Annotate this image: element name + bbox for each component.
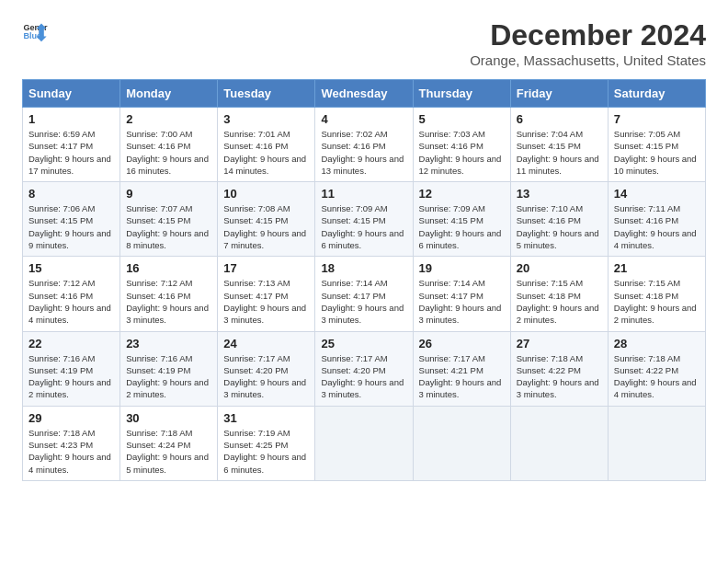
calendar-day-21: 21Sunrise: 7:15 AMSunset: 4:18 PMDayligh… xyxy=(608,257,705,331)
calendar-day-1: 1Sunrise: 6:59 AMSunset: 4:17 PMDaylight… xyxy=(23,108,120,182)
calendar-day-2: 2Sunrise: 7:00 AMSunset: 4:16 PMDaylight… xyxy=(120,108,218,182)
day-info: Sunrise: 7:16 AMSunset: 4:19 PMDaylight:… xyxy=(28,352,114,401)
day-info: Sunrise: 7:10 AMSunset: 4:16 PMDaylight:… xyxy=(517,202,602,251)
day-info: Sunrise: 7:12 AMSunset: 4:16 PMDaylight:… xyxy=(126,277,211,326)
calendar-day-5: 5Sunrise: 7:03 AMSunset: 4:16 PMDaylight… xyxy=(413,108,510,182)
calendar-day-16: 16Sunrise: 7:12 AMSunset: 4:16 PMDayligh… xyxy=(120,257,218,331)
svg-text:Blue: Blue xyxy=(23,31,41,40)
logo: General Blue xyxy=(22,18,48,44)
day-number: 28 xyxy=(614,337,700,350)
calendar-day-11: 11Sunrise: 7:09 AMSunset: 4:15 PMDayligh… xyxy=(315,182,413,257)
calendar-day-6: 6Sunrise: 7:04 AMSunset: 4:15 PMDaylight… xyxy=(510,108,608,182)
empty-cell xyxy=(510,406,608,480)
calendar-week-2: 8Sunrise: 7:06 AMSunset: 4:15 PMDaylight… xyxy=(23,182,706,257)
day-info: Sunrise: 7:17 AMSunset: 4:20 PMDaylight:… xyxy=(321,352,406,401)
day-info: Sunrise: 7:14 AMSunset: 4:17 PMDaylight:… xyxy=(419,277,505,326)
day-number: 4 xyxy=(321,112,406,126)
calendar-day-30: 30Sunrise: 7:18 AMSunset: 4:24 PMDayligh… xyxy=(120,406,218,480)
day-info: Sunrise: 7:19 AMSunset: 4:25 PMDaylight:… xyxy=(223,427,309,476)
day-number: 9 xyxy=(126,187,211,201)
calendar-day-13: 13Sunrise: 7:10 AMSunset: 4:16 PMDayligh… xyxy=(510,182,608,257)
calendar-week-1: 1Sunrise: 6:59 AMSunset: 4:17 PMDaylight… xyxy=(23,108,706,182)
calendar-body: 1Sunrise: 6:59 AMSunset: 4:17 PMDaylight… xyxy=(23,108,706,481)
day-info: Sunrise: 7:06 AMSunset: 4:15 PMDaylight:… xyxy=(28,202,114,251)
logo-icon: General Blue xyxy=(22,18,48,44)
calendar-day-17: 17Sunrise: 7:13 AMSunset: 4:17 PMDayligh… xyxy=(218,257,315,331)
day-info: Sunrise: 7:02 AMSunset: 4:16 PMDaylight:… xyxy=(321,128,406,177)
day-number: 27 xyxy=(517,337,602,350)
day-number: 29 xyxy=(28,411,114,425)
calendar-day-3: 3Sunrise: 7:01 AMSunset: 4:16 PMDaylight… xyxy=(218,108,315,182)
day-number: 11 xyxy=(321,187,406,201)
empty-cell xyxy=(315,406,413,480)
calendar-day-23: 23Sunrise: 7:16 AMSunset: 4:19 PMDayligh… xyxy=(120,331,218,406)
calendar-day-22: 22Sunrise: 7:16 AMSunset: 4:19 PMDayligh… xyxy=(23,331,120,406)
day-number: 15 xyxy=(28,261,114,275)
calendar-day-4: 4Sunrise: 7:02 AMSunset: 4:16 PMDaylight… xyxy=(315,108,413,182)
calendar-day-31: 31Sunrise: 7:19 AMSunset: 4:25 PMDayligh… xyxy=(218,406,315,480)
calendar-day-14: 14Sunrise: 7:11 AMSunset: 4:16 PMDayligh… xyxy=(608,182,705,257)
day-header-sunday: Sunday xyxy=(23,80,120,108)
calendar-header-row: SundayMondayTuesdayWednesdayThursdayFrid… xyxy=(23,80,706,108)
day-number: 18 xyxy=(321,261,406,275)
calendar-table: SundayMondayTuesdayWednesdayThursdayFrid… xyxy=(22,79,706,481)
calendar-day-7: 7Sunrise: 7:05 AMSunset: 4:15 PMDaylight… xyxy=(608,108,705,182)
calendar-day-18: 18Sunrise: 7:14 AMSunset: 4:17 PMDayligh… xyxy=(315,257,413,331)
calendar-day-10: 10Sunrise: 7:08 AMSunset: 4:15 PMDayligh… xyxy=(218,182,315,257)
day-number: 3 xyxy=(223,112,309,126)
day-number: 13 xyxy=(517,187,602,201)
day-info: Sunrise: 7:00 AMSunset: 4:16 PMDaylight:… xyxy=(126,128,211,177)
day-number: 1 xyxy=(28,112,114,126)
calendar-week-3: 15Sunrise: 7:12 AMSunset: 4:16 PMDayligh… xyxy=(23,257,706,331)
calendar-day-15: 15Sunrise: 7:12 AMSunset: 4:16 PMDayligh… xyxy=(23,257,120,331)
day-number: 26 xyxy=(419,337,505,350)
day-number: 22 xyxy=(28,337,114,350)
day-number: 14 xyxy=(614,187,700,201)
month-title: December 2024 xyxy=(470,18,706,52)
day-header-saturday: Saturday xyxy=(608,80,705,108)
calendar-day-29: 29Sunrise: 7:18 AMSunset: 4:23 PMDayligh… xyxy=(23,406,120,480)
day-info: Sunrise: 7:12 AMSunset: 4:16 PMDaylight:… xyxy=(28,277,114,326)
day-header-thursday: Thursday xyxy=(413,80,510,108)
day-info: Sunrise: 7:13 AMSunset: 4:17 PMDaylight:… xyxy=(223,277,309,326)
day-info: Sunrise: 7:01 AMSunset: 4:16 PMDaylight:… xyxy=(223,128,309,177)
calendar-day-27: 27Sunrise: 7:18 AMSunset: 4:22 PMDayligh… xyxy=(510,331,608,406)
day-number: 16 xyxy=(126,261,211,275)
day-number: 2 xyxy=(126,112,211,126)
day-number: 21 xyxy=(614,261,700,275)
day-info: Sunrise: 7:04 AMSunset: 4:15 PMDaylight:… xyxy=(517,128,602,177)
day-info: Sunrise: 7:09 AMSunset: 4:15 PMDaylight:… xyxy=(419,202,505,251)
day-info: Sunrise: 7:05 AMSunset: 4:15 PMDaylight:… xyxy=(614,128,700,177)
day-number: 31 xyxy=(223,411,309,425)
empty-cell xyxy=(413,406,510,480)
empty-cell xyxy=(608,406,705,480)
calendar-day-12: 12Sunrise: 7:09 AMSunset: 4:15 PMDayligh… xyxy=(413,182,510,257)
day-info: Sunrise: 7:18 AMSunset: 4:24 PMDaylight:… xyxy=(126,427,211,476)
calendar-day-25: 25Sunrise: 7:17 AMSunset: 4:20 PMDayligh… xyxy=(315,331,413,406)
day-info: Sunrise: 7:15 AMSunset: 4:18 PMDaylight:… xyxy=(517,277,602,326)
calendar-day-28: 28Sunrise: 7:18 AMSunset: 4:22 PMDayligh… xyxy=(608,331,705,406)
day-info: Sunrise: 7:03 AMSunset: 4:16 PMDaylight:… xyxy=(419,128,505,177)
day-number: 10 xyxy=(223,187,309,201)
day-number: 20 xyxy=(517,261,602,275)
day-number: 17 xyxy=(223,261,309,275)
calendar-day-8: 8Sunrise: 7:06 AMSunset: 4:15 PMDaylight… xyxy=(23,182,120,257)
calendar-day-24: 24Sunrise: 7:17 AMSunset: 4:20 PMDayligh… xyxy=(218,331,315,406)
day-info: Sunrise: 7:18 AMSunset: 4:22 PMDaylight:… xyxy=(614,352,700,401)
day-info: Sunrise: 6:59 AMSunset: 4:17 PMDaylight:… xyxy=(28,128,114,177)
day-info: Sunrise: 7:15 AMSunset: 4:18 PMDaylight:… xyxy=(614,277,700,326)
calendar-day-20: 20Sunrise: 7:15 AMSunset: 4:18 PMDayligh… xyxy=(510,257,608,331)
day-number: 19 xyxy=(419,261,505,275)
calendar-day-26: 26Sunrise: 7:17 AMSunset: 4:21 PMDayligh… xyxy=(413,331,510,406)
day-number: 12 xyxy=(419,187,505,201)
calendar-week-4: 22Sunrise: 7:16 AMSunset: 4:19 PMDayligh… xyxy=(23,331,706,406)
calendar-day-9: 9Sunrise: 7:07 AMSunset: 4:15 PMDaylight… xyxy=(120,182,218,257)
day-header-friday: Friday xyxy=(510,80,608,108)
calendar-day-19: 19Sunrise: 7:14 AMSunset: 4:17 PMDayligh… xyxy=(413,257,510,331)
day-info: Sunrise: 7:08 AMSunset: 4:15 PMDaylight:… xyxy=(223,202,309,251)
day-number: 8 xyxy=(28,187,114,201)
day-info: Sunrise: 7:17 AMSunset: 4:20 PMDaylight:… xyxy=(223,352,309,401)
day-info: Sunrise: 7:11 AMSunset: 4:16 PMDaylight:… xyxy=(614,202,700,251)
day-info: Sunrise: 7:16 AMSunset: 4:19 PMDaylight:… xyxy=(126,352,211,401)
day-number: 7 xyxy=(614,112,700,126)
